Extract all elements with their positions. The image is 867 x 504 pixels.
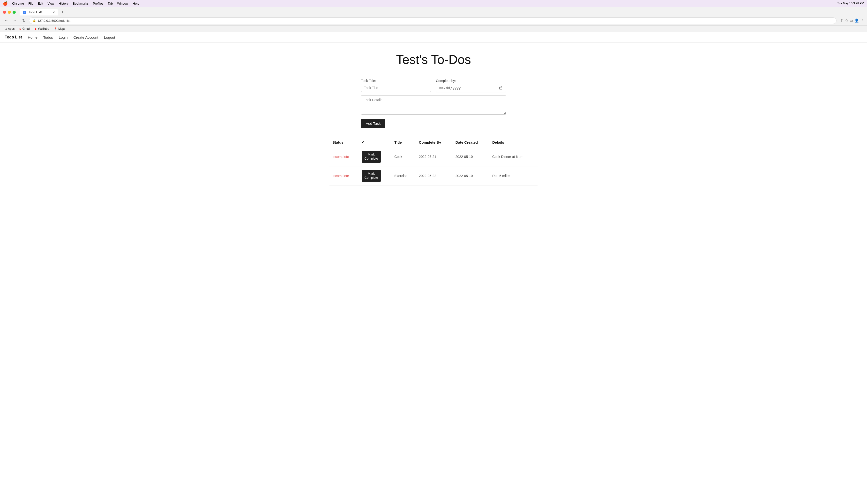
new-tab-button[interactable]: +: [59, 9, 66, 16]
complete-by-cell: 2022-05-21: [416, 147, 453, 166]
table-body: Incomplete Mark Complete Cook 2022-05-21…: [330, 147, 537, 185]
mark-complete-button[interactable]: Mark Complete: [362, 151, 381, 163]
nav-home[interactable]: Home: [28, 35, 38, 40]
back-button[interactable]: ←: [3, 17, 10, 24]
status-cell: Incomplete: [330, 166, 359, 185]
app-navbar: Todo List Home Todos Login Create Accoun…: [0, 32, 867, 43]
profile-icon[interactable]: 👤: [854, 18, 859, 23]
task-title-group: Task Title:: [361, 79, 431, 93]
tab-title: Todo List!: [28, 10, 42, 14]
reload-button[interactable]: ↻: [20, 17, 27, 24]
mark-complete-button[interactable]: Mark Complete: [362, 170, 381, 182]
tab-close-icon[interactable]: ✕: [53, 11, 55, 14]
title-cell: Cook: [392, 147, 416, 166]
bookmark-youtube[interactable]: ▶ YouTube: [33, 26, 51, 31]
browser-chrome: T Todo List! ✕ + ← → ↻ 🔒 127.0.0.1:5000/…: [0, 7, 867, 32]
col-header-status: Status: [330, 138, 359, 147]
nav-todos[interactable]: Todos: [43, 35, 53, 40]
address-bar[interactable]: 🔒 127.0.0.1:5000/todo-list: [29, 18, 836, 24]
menu-dots-icon[interactable]: ⋮: [860, 18, 864, 23]
youtube-icon: ▶: [35, 27, 37, 31]
tab-bar: T Todo List! ✕ +: [0, 7, 867, 16]
main-content: Test's To-Dos Task Title: Complete by: A…: [325, 43, 542, 195]
minimize-button[interactable]: [8, 11, 11, 14]
col-header-title: Title: [392, 138, 416, 147]
forward-button[interactable]: →: [12, 17, 18, 24]
gmail-icon: M: [19, 28, 21, 30]
col-header-details: Details: [489, 138, 537, 147]
url-text: 127.0.0.1:5000/todo-list: [38, 19, 71, 22]
status-cell: Incomplete: [330, 147, 359, 166]
task-form: Task Title: Complete by: Add Task: [361, 79, 506, 128]
menu-bookmarks[interactable]: Bookmarks: [73, 2, 88, 5]
apple-icon[interactable]: 🍎: [3, 1, 8, 6]
menu-profiles[interactable]: Profiles: [93, 2, 103, 5]
nav-right-icons: ⬆ ☆ ▭ 👤 ⋮: [841, 18, 864, 23]
bookmark-youtube-label: YouTube: [38, 27, 49, 31]
add-task-button[interactable]: Add Task: [361, 119, 385, 128]
menu-file[interactable]: File: [28, 2, 33, 5]
bookmarks-bar: ⊞ Apps M Gmail ▶ YouTube 📍 Maps: [0, 25, 867, 32]
date-created-cell: 2022-05-10: [453, 166, 489, 185]
col-header-complete-by: Complete By: [416, 138, 453, 147]
tab-favicon: T: [23, 11, 26, 14]
maps-icon: 📍: [54, 27, 57, 31]
title-cell: Exercise: [392, 166, 416, 185]
table-row: Incomplete Mark Complete Exercise 2022-0…: [330, 166, 537, 185]
bookmark-apps[interactable]: ⊞ Apps: [3, 26, 17, 31]
details-cell: Run 5 miles: [489, 166, 537, 185]
table-row: Incomplete Mark Complete Cook 2022-05-21…: [330, 147, 537, 166]
active-tab[interactable]: T Todo List! ✕: [20, 9, 58, 15]
menu-history[interactable]: History: [58, 2, 68, 5]
bookmark-apps-label: Apps: [8, 27, 14, 31]
apps-icon: ⊞: [5, 27, 7, 31]
complete-by-cell: 2022-05-22: [416, 166, 453, 185]
table-header: Status ✓ Title Complete By Date Created …: [330, 138, 537, 147]
bookmark-maps[interactable]: 📍 Maps: [52, 26, 67, 31]
todo-table-container: Status ✓ Title Complete By Date Created …: [330, 138, 537, 185]
nav-login[interactable]: Login: [59, 35, 68, 40]
details-cell: Cook Dinner at 6 pm: [489, 147, 537, 166]
sidebar-icon[interactable]: ▭: [849, 18, 853, 23]
menu-window[interactable]: Window: [117, 2, 128, 5]
col-header-checkmark: ✓: [359, 138, 392, 147]
task-title-input[interactable]: [361, 84, 431, 92]
menu-tab[interactable]: Tab: [108, 2, 113, 5]
complete-by-input[interactable]: [436, 84, 506, 93]
complete-by-group: Complete by:: [436, 79, 506, 93]
app-name: Chrome: [12, 2, 24, 5]
menubar-time: Tue May 10 3:28 PM: [837, 2, 864, 5]
bookmark-gmail-label: Gmail: [22, 27, 30, 31]
status-badge: Incomplete: [332, 174, 349, 178]
nav-create-account[interactable]: Create Account: [74, 35, 98, 40]
menu-edit[interactable]: Edit: [38, 2, 43, 5]
nav-logout[interactable]: Logout: [104, 35, 115, 40]
menu-help[interactable]: Help: [133, 2, 139, 5]
mac-menubar: 🍎 Chrome File Edit View History Bookmark…: [0, 0, 867, 7]
complete-by-label: Complete by:: [436, 79, 506, 83]
window-controls: [3, 11, 16, 14]
app-brand: Todo List: [5, 35, 22, 40]
task-details-input[interactable]: [361, 95, 506, 115]
menubar-right: Tue May 10 3:28 PM: [837, 2, 864, 5]
bookmark-gmail[interactable]: M Gmail: [18, 26, 32, 31]
bookmark-maps-label: Maps: [58, 27, 65, 31]
action-cell: Mark Complete: [359, 166, 392, 185]
nav-bar: ← → ↻ 🔒 127.0.0.1:5000/todo-list ⬆ ☆ ▭ 👤…: [0, 16, 867, 25]
todo-table: Status ✓ Title Complete By Date Created …: [330, 138, 537, 185]
close-button[interactable]: [3, 11, 6, 14]
maximize-button[interactable]: [13, 11, 16, 14]
status-badge: Incomplete: [332, 155, 349, 159]
lock-icon: 🔒: [33, 19, 36, 22]
col-header-date-created: Date Created: [453, 138, 489, 147]
task-title-label: Task Title:: [361, 79, 431, 83]
action-cell: Mark Complete: [359, 147, 392, 166]
share-icon[interactable]: ⬆: [841, 18, 844, 23]
page-title: Test's To-Dos: [330, 52, 537, 67]
table-header-row: Status ✓ Title Complete By Date Created …: [330, 138, 537, 147]
form-row-top: Task Title: Complete by:: [361, 79, 506, 93]
date-created-cell: 2022-05-10: [453, 147, 489, 166]
menu-view[interactable]: View: [47, 2, 54, 5]
bookmark-star-icon[interactable]: ☆: [845, 18, 848, 23]
